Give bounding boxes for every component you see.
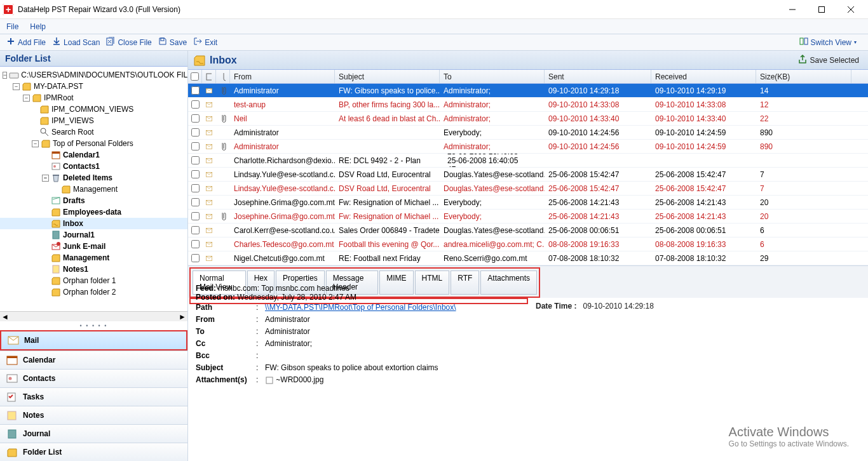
scroll-right-icon[interactable]: ► xyxy=(179,312,186,321)
collapse-icon[interactable]: − xyxy=(23,95,30,102)
collapse-icon[interactable]: − xyxy=(13,83,20,90)
tree-calendar[interactable]: Calendar1 xyxy=(0,149,187,161)
svg-rect-2 xyxy=(161,38,164,41)
row-checkbox[interactable] xyxy=(191,128,200,137)
col-sent[interactable]: Sent xyxy=(545,70,651,83)
select-all-checkbox[interactable] xyxy=(191,72,199,81)
tree-notes[interactable]: Notes1 xyxy=(0,264,187,275)
nav-calendar[interactable]: Calendar xyxy=(0,351,187,369)
row-checkbox[interactable] xyxy=(191,114,200,123)
tree-drafts[interactable]: Drafts xyxy=(0,195,187,206)
row-checkbox[interactable] xyxy=(191,212,200,220)
col-read-icon[interactable] xyxy=(202,70,216,83)
tree-label: Search Root xyxy=(51,128,94,137)
detail-cc-value: Administrator; xyxy=(265,339,312,348)
table-row[interactable]: Josephine.Grima@go.com.mtFw: Resignation… xyxy=(188,210,868,224)
table-row[interactable]: NeilAt least 6 dead in blast at Ch...Adm… xyxy=(188,112,868,126)
maximize-button[interactable] xyxy=(807,0,836,19)
tree-hscroll[interactable]: ◄► xyxy=(0,311,187,321)
save-button[interactable]: Save xyxy=(156,36,189,49)
attachment-icon xyxy=(216,154,230,167)
tree-contacts[interactable]: Contacts1 xyxy=(0,161,187,172)
table-row[interactable]: Lindsay.Yule@ese-scotland.c...DSV Road L… xyxy=(188,168,868,182)
nav-tasks[interactable]: Tasks xyxy=(0,387,187,406)
save-selected-button[interactable]: Save Selected xyxy=(794,53,863,67)
row-checkbox[interactable] xyxy=(191,254,200,262)
close-button[interactable] xyxy=(836,0,865,19)
close-file-button[interactable]: Close File xyxy=(104,36,154,49)
row-checkbox[interactable] xyxy=(191,86,200,95)
row-checkbox[interactable] xyxy=(191,184,200,192)
table-row[interactable]: Charlotte.Richardson@dexio...RE: DCL 949… xyxy=(188,154,868,168)
col-subject[interactable]: Subject xyxy=(335,70,440,83)
tree-orphan2[interactable]: Orphan folder 2 xyxy=(0,286,187,298)
col-to[interactable]: To xyxy=(440,70,545,83)
row-checkbox[interactable] xyxy=(191,198,200,206)
cell-to: Everybody; xyxy=(440,126,545,139)
collapse-icon[interactable]: − xyxy=(42,175,49,182)
tree-orphan1[interactable]: Orphan folder 1 xyxy=(0,275,187,286)
tree-journal[interactable]: Journal1 xyxy=(0,229,187,241)
row-checkbox[interactable] xyxy=(191,156,200,164)
table-row[interactable]: Carol.Kerr@ese-scotland.co.ukSales Order… xyxy=(188,224,868,237)
cell-to: Everybody; xyxy=(440,196,545,209)
table-row[interactable]: Nigel.Chetcuti@go.com.mtRE: Football nex… xyxy=(188,251,868,265)
nav-folder-list[interactable]: Folder List xyxy=(0,443,187,461)
splitter-handle[interactable]: • • • • • xyxy=(0,321,187,330)
tree-deleted[interactable]: −Deleted Items xyxy=(0,172,187,184)
save-selected-label: Save Selected xyxy=(810,56,859,65)
tree-label: MY-DATA.PST xyxy=(34,82,83,91)
folder-tree[interactable]: −C:\USERS\ADMIN\DOCUMENTS\OUTLOOK FILES\… xyxy=(0,67,187,311)
table-row[interactable]: Charles.Tedesco@go.com.mtFootball this e… xyxy=(188,237,868,251)
tree-pst[interactable]: −MY-DATA.PST xyxy=(0,81,187,92)
tree-junk[interactable]: Junk E-mail xyxy=(0,241,187,252)
row-checkbox[interactable] xyxy=(191,226,200,234)
table-row[interactable]: AdministratorAdministrator;09-10-2010 14… xyxy=(188,140,868,154)
col-received[interactable]: Received xyxy=(651,70,756,83)
mail-icon xyxy=(202,98,216,111)
scroll-left-icon[interactable]: ◄ xyxy=(1,312,9,321)
grid-body[interactable]: AdministratorFW: Gibson speaks to police… xyxy=(188,84,868,265)
table-row[interactable]: AdministratorEverybody;09-10-2010 14:24:… xyxy=(188,126,868,140)
exit-button[interactable]: Exit xyxy=(191,36,220,49)
detail-from-label: From xyxy=(196,315,256,324)
row-checkbox[interactable] xyxy=(191,170,200,178)
tree-search-root[interactable]: Search Root xyxy=(0,126,187,138)
minimize-button[interactable] xyxy=(778,0,807,19)
switch-view-button[interactable]: Switch View ▾ xyxy=(797,36,859,49)
tree-management-sub[interactable]: Management xyxy=(0,184,187,195)
tree-common-views[interactable]: IPM_COMMON_VIEWS xyxy=(0,104,187,115)
row-checkbox[interactable] xyxy=(191,240,200,248)
table-row[interactable]: test-anupBP, other firms facing 300 la..… xyxy=(188,98,868,112)
detail-path-link[interactable]: \\MY-DATA.PST\IPMRoot\Top of Personal Fo… xyxy=(265,303,456,312)
tree-employees[interactable]: Employees-data xyxy=(0,206,187,218)
col-checkbox[interactable] xyxy=(188,70,202,83)
nav-notes[interactable]: Notes xyxy=(0,406,187,424)
collapse-icon[interactable]: − xyxy=(32,140,39,147)
table-row[interactable]: Josephine.Grima@go.com.mtFw: Resignation… xyxy=(188,196,868,210)
table-row[interactable]: AdministratorFW: Gibson speaks to police… xyxy=(188,84,868,98)
tree-top-personal[interactable]: −Top of Personal Folders xyxy=(0,138,187,149)
collapse-icon[interactable]: − xyxy=(3,72,7,79)
attachment-icon xyxy=(216,196,230,209)
col-from[interactable]: From xyxy=(230,70,335,83)
tree-views[interactable]: IPM_VIEWS xyxy=(0,115,187,126)
tree-root[interactable]: −C:\USERS\ADMIN\DOCUMENTS\OUTLOOK FILES\ xyxy=(0,69,187,81)
posted-value: Wednesday, July 28, 2010 2:47 AM xyxy=(237,293,356,302)
nav-contacts[interactable]: Contacts xyxy=(0,369,187,387)
tree-ipmroot[interactable]: −IPMRoot xyxy=(0,92,187,104)
cell-to: Administrator; xyxy=(440,140,545,153)
tree-management[interactable]: Management xyxy=(0,252,187,264)
load-scan-button[interactable]: Load Scan xyxy=(50,36,102,49)
add-file-button[interactable]: Add File xyxy=(4,36,48,49)
nav-journal[interactable]: Journal xyxy=(0,424,187,443)
col-size[interactable]: Size(KB) xyxy=(756,70,851,83)
tree-inbox[interactable]: Inbox xyxy=(0,218,187,229)
nav-mail[interactable]: Mail xyxy=(0,330,187,351)
table-row[interactable]: Lindsay.Yule@ese-scotland.c...DSV Road L… xyxy=(188,182,868,196)
menu-file[interactable]: File xyxy=(6,22,18,31)
row-checkbox[interactable] xyxy=(191,142,200,150)
col-attachment-icon[interactable] xyxy=(216,70,230,83)
row-checkbox[interactable] xyxy=(191,100,200,109)
menu-help[interactable]: Help xyxy=(30,22,46,31)
